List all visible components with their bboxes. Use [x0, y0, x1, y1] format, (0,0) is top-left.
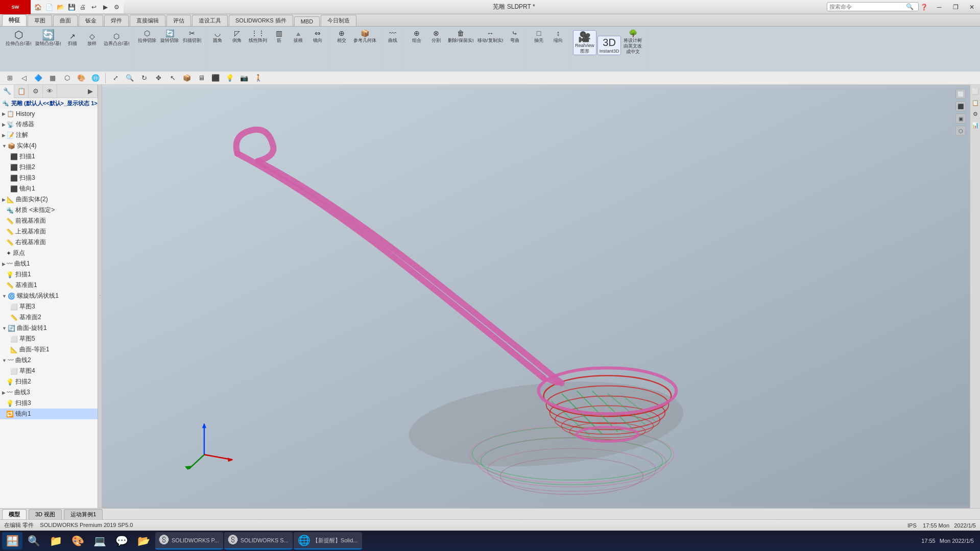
panel-tab-feature[interactable]: 🔧	[0, 85, 14, 98]
tab-today[interactable]: 今日制造	[321, 15, 356, 26]
rotate-btn[interactable]: ↻	[138, 73, 150, 84]
multi-body-btn[interactable]: 📦 参考几何体	[352, 29, 378, 44]
indent-btn[interactable]: ↕ 缩向	[549, 29, 567, 44]
print-btn[interactable]: 🖨	[78, 2, 88, 12]
body-btn[interactable]: 📦	[181, 73, 193, 84]
close-btn[interactable]: ✕	[964, 0, 980, 14]
taskbar-chrome[interactable]: 🌐 【新提醒】Solid...	[294, 532, 362, 549]
loft-btn[interactable]: ◇ 放样	[83, 32, 101, 47]
expand-curve2[interactable]: ▼	[2, 358, 7, 363]
view-3d-btn[interactable]: 🔷	[33, 73, 44, 84]
tree-item-curve3[interactable]: ▶ 〰 曲线3	[0, 387, 98, 398]
combine-btn[interactable]: ⊕ 组合	[408, 29, 426, 44]
restore-btn[interactable]: ❐	[947, 0, 964, 14]
expand-annotations[interactable]: ▶	[2, 133, 6, 138]
tree-item-sketch5[interactable]: ⬜ 草图5	[0, 333, 98, 344]
tree-item-sketch4[interactable]: ⬜ 草图4	[0, 366, 98, 376]
home-btn[interactable]: 🏠	[33, 2, 43, 12]
bottom-tab-model[interactable]: 模型	[2, 509, 27, 519]
revolved-boss-btn[interactable]: 🔄 旋转凸台/基体	[34, 29, 62, 47]
tree-item-solid-bodies[interactable]: ▼ 📦 实体(4)	[0, 140, 98, 151]
tree-item-helix1[interactable]: ▼ 🌀 螺旋线/涡状线1	[0, 291, 98, 301]
vp-icon-2[interactable]: ⬛	[955, 101, 966, 111]
revolve-cut-btn[interactable]: 🔄 旋转切除	[159, 29, 180, 44]
save-btn[interactable]: 💾	[66, 2, 77, 12]
expand-surf[interactable]: ▶	[2, 197, 6, 202]
tab-mbd[interactable]: MBD	[294, 16, 320, 26]
expand-curve1[interactable]: ▶	[2, 261, 6, 267]
zoom-fit-btn[interactable]: ⤢	[110, 73, 121, 84]
tree-item-mirror1b[interactable]: 🔁 镜向1	[0, 409, 98, 419]
delete-body-btn[interactable]: 🗑 删除/保留实体	[446, 29, 475, 44]
shell-btn[interactable]: □ 抽壳	[530, 29, 548, 44]
panel-tab-config[interactable]: ⚙	[29, 85, 43, 98]
view-prev-btn[interactable]: ◁	[18, 73, 30, 84]
instant3d-btn[interactable]: 3D Instant3D	[597, 36, 622, 56]
appearances-btn[interactable]: 🎨	[76, 73, 87, 84]
search-icon[interactable]: 🔍	[906, 3, 914, 10]
deform-btn[interactable]: ⤷ 弯曲	[506, 29, 524, 44]
feature-tree[interactable]: ▶ 📋 History ▶ 📡 传感器 ▶ 📝 注解	[0, 109, 98, 508]
tree-item-plane2[interactable]: 📏 基准面2	[0, 312, 98, 323]
search-input[interactable]	[829, 4, 906, 10]
walk-btn[interactable]: 🚶	[253, 73, 264, 84]
extrude-cut-btn[interactable]: ⬡ 拉伸切除	[136, 29, 158, 44]
curves-btn[interactable]: 〰 曲线	[384, 29, 402, 44]
taskbar-file[interactable]: 📂	[133, 532, 154, 549]
expand-solid[interactable]: ▼	[2, 143, 7, 149]
select-btn[interactable]: ↖	[167, 73, 178, 84]
chamfer-btn[interactable]: ◸ 倒角	[228, 29, 246, 44]
panel-expand-btn[interactable]: ▶	[83, 85, 98, 98]
pan-btn[interactable]: ✥	[153, 73, 164, 84]
tree-item-sweep3b[interactable]: 💡 扫描3	[0, 398, 98, 409]
design-tree-btn[interactable]: 🌳 将设计树由英文改成中文	[622, 29, 643, 55]
tree-item-history[interactable]: ▶ 📋 History	[0, 109, 98, 119]
view-orient-btn[interactable]: ⊞	[4, 73, 15, 84]
tree-item-sweep2b[interactable]: 💡 扫描2	[0, 376, 98, 387]
open-btn[interactable]: 📂	[55, 2, 65, 12]
tree-item-sweep2[interactable]: ⬛ 扫描2	[0, 162, 98, 173]
split-btn[interactable]: ⊗ 分割	[427, 29, 445, 44]
tree-item-sweep3[interactable]: ⬛ 扫描3	[0, 173, 98, 183]
taskbar-term[interactable]: 💻	[89, 532, 110, 549]
move-copy-btn[interactable]: ↔ 移动/复制实体	[476, 29, 505, 44]
taskbar-explorer[interactable]: 📁	[45, 532, 66, 549]
tree-item-material[interactable]: 🔩 材质 <未指定>	[0, 205, 98, 215]
scene-btn[interactable]: 🌐	[90, 73, 101, 84]
wireframe-btn[interactable]: ⬡	[61, 73, 73, 84]
view-toggle-btn[interactable]: ⬛	[210, 73, 221, 84]
tree-item-annotations[interactable]: ▶ 📝 注解	[0, 130, 98, 140]
draft-btn[interactable]: ⟁ 拔模	[289, 29, 307, 44]
tree-item-surf-bodies[interactable]: ▶ 📐 曲面实体(2)	[0, 194, 98, 205]
tree-item-plane1[interactable]: 📏 基准面1	[0, 280, 98, 291]
sweep-btn[interactable]: ↗ 扫描	[63, 32, 82, 47]
camera-btn[interactable]: 📷	[238, 73, 250, 84]
bottom-tab-3dview[interactable]: 3D 视图	[29, 509, 62, 519]
tree-item-sensors[interactable]: ▶ 📡 传感器	[0, 119, 98, 130]
mirror-btn[interactable]: ⇔ 镜向	[308, 29, 327, 44]
tree-item-sweep1b[interactable]: 💡 扫描1	[0, 269, 98, 280]
panel-tab-property[interactable]: 📋	[14, 85, 29, 98]
expand-curve3[interactable]: ▶	[2, 390, 6, 395]
bottom-tab-motion[interactable]: 运动算例1	[64, 509, 103, 519]
tree-item-right-plane[interactable]: 📏 右视基准面	[0, 237, 98, 248]
taskbar-ps[interactable]: 🎨	[67, 532, 88, 549]
extruded-boss-btn[interactable]: ⬡ 拉伸凸台/基体	[4, 29, 33, 47]
vp-icon-3[interactable]: ▣	[955, 113, 966, 124]
tab-evaluate[interactable]: 评估	[166, 15, 191, 26]
tree-item-surf-rev[interactable]: ▼ 🔄 曲面-旋转1	[0, 323, 98, 333]
play-btn[interactable]: ▶	[100, 2, 110, 12]
expand-surf-rev[interactable]: ▼	[2, 326, 7, 331]
realview-btn[interactable]: 🎥 RealView图形	[573, 30, 596, 56]
display-states-btn[interactable]: 🖥	[196, 73, 207, 84]
section-view-btn[interactable]: ▦	[47, 73, 58, 84]
panel-resize-handle[interactable]: ⋮	[98, 85, 102, 508]
tab-tools[interactable]: 道设工具	[192, 15, 228, 26]
pattern-btn[interactable]: ⋮⋮ 线性阵列	[247, 29, 269, 44]
taskbar-search[interactable]: 🔍	[23, 532, 44, 549]
tree-item-sweep1[interactable]: ⬛ 扫描1	[0, 151, 98, 162]
rib-btn[interactable]: ▥ 筋	[270, 29, 288, 44]
tree-item-curve1[interactable]: ▶ 〰 曲线1	[0, 258, 98, 269]
minimize-btn[interactable]: ─	[931, 0, 947, 14]
light-btn[interactable]: 💡	[224, 73, 235, 84]
